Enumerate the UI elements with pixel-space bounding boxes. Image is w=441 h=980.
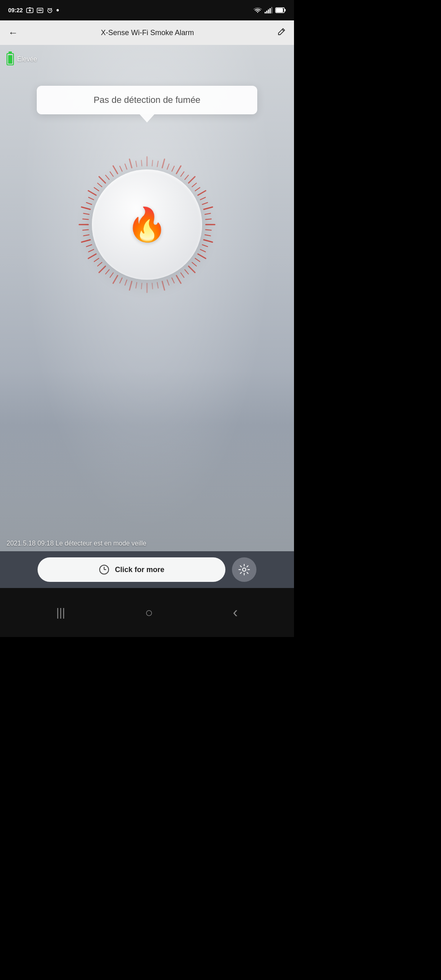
battery-indicator: Élevée xyxy=(7,53,37,65)
svg-rect-17 xyxy=(285,9,286,11)
flame-icon: 🔥 xyxy=(127,208,167,241)
svg-rect-18 xyxy=(276,8,283,12)
main-background: Élevée Pas de détection de fumée 🔥 2021.… xyxy=(0,45,294,588)
click-for-more-button[interactable]: Click for more xyxy=(38,557,225,582)
back-button[interactable]: ← xyxy=(8,27,18,38)
bubble-text: Pas de détection de fumée xyxy=(94,95,200,105)
clock-icon xyxy=(98,564,110,575)
photo-icon xyxy=(26,7,33,13)
svg-point-1 xyxy=(29,9,31,11)
page-title: X-Sense Wi-Fi Smoke Alarm xyxy=(18,29,277,37)
signal-icon xyxy=(265,7,273,13)
svg-rect-3 xyxy=(38,9,39,11)
status-bar: 09:22 • xyxy=(0,0,294,20)
svg-rect-4 xyxy=(40,9,40,11)
sensor-display: 🔥 xyxy=(61,139,233,310)
bottom-action-bar: Click for more xyxy=(0,551,294,588)
sensor-circle[interactable]: 🔥 xyxy=(92,169,202,280)
recent-apps-button[interactable]: ||| xyxy=(56,606,65,619)
status-text-line: 2021.5.18 09:18 Le détecteur est en mode… xyxy=(0,540,294,547)
click-more-label: Click for more xyxy=(115,566,164,574)
alarm-icon xyxy=(47,7,53,13)
svg-rect-15 xyxy=(271,7,272,13)
svg-rect-11 xyxy=(265,12,266,13)
svg-line-9 xyxy=(48,8,49,9)
navigation-bar: ||| ○ ‹ xyxy=(0,588,294,637)
sim-icon xyxy=(37,7,43,13)
app-header: ← X-Sense Wi-Fi Smoke Alarm xyxy=(0,20,294,45)
svg-rect-13 xyxy=(268,9,269,13)
battery-label: Élevée xyxy=(17,56,37,63)
edit-button[interactable] xyxy=(277,27,286,38)
home-button[interactable]: ○ xyxy=(145,605,153,620)
settings-icon xyxy=(238,564,250,576)
settings-button[interactable] xyxy=(232,557,256,582)
status-time: 09:22 xyxy=(8,7,23,13)
wifi-icon xyxy=(253,7,262,13)
svg-rect-5 xyxy=(41,9,42,11)
battery-status-icon xyxy=(275,7,286,13)
svg-line-10 xyxy=(51,8,52,9)
battery-icon xyxy=(7,53,14,65)
svg-rect-14 xyxy=(270,8,271,13)
nav-back-button[interactable]: ‹ xyxy=(233,604,238,621)
status-bubble: Pas de détection de fumée xyxy=(37,86,257,114)
svg-rect-12 xyxy=(266,11,267,13)
svg-point-22 xyxy=(243,568,246,571)
